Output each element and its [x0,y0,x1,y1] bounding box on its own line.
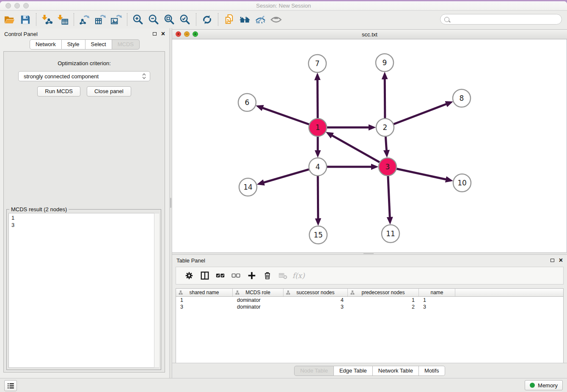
svg-text:11: 11 [386,229,395,238]
table-cell[interactable]: dominator [233,297,284,304]
column-header-successor-nodes[interactable]: successor nodes [284,289,348,296]
tab-select[interactable]: Select [85,39,112,50]
column-header-shared-name[interactable]: shared name [176,289,233,296]
column-header-name[interactable]: name [419,289,455,296]
table-row[interactable]: 1dominator411 [176,297,563,304]
table-cell[interactable]: 4 [284,297,348,304]
graph-node-11[interactable]: 11 [382,225,399,243]
tab-style[interactable]: Style [62,39,85,50]
column-header-predecessor-nodes[interactable]: predecessor nodes [348,289,419,296]
show-graphics-details-icon[interactable] [268,12,284,27]
tab-motifs[interactable]: Motifs [419,366,445,376]
home-icon[interactable] [237,12,253,27]
table-cell[interactable]: 3 [176,304,233,310]
splitter-grip[interactable] [170,198,171,208]
table-row[interactable]: 3dominator323 [176,304,563,310]
select-all-columns-icon[interactable] [212,268,228,283]
show-columns-icon[interactable] [197,268,212,283]
delete-table-icon[interactable] [275,268,291,283]
graph-node-6[interactable]: 6 [238,94,256,111]
graph-node-8[interactable]: 8 [453,89,471,107]
splitter-grip[interactable] [363,253,374,254]
graph-node-3[interactable]: 3 [379,158,396,176]
graph-edge-3-11[interactable] [388,176,390,218]
graph-node-10[interactable]: 10 [453,174,471,192]
minimize-window-button[interactable] [14,3,20,8]
copy-view-icon[interactable] [221,12,237,27]
function-builder-icon[interactable]: f(x) [291,268,306,283]
export-network-icon[interactable] [77,12,93,27]
graph-edge-2-9[interactable] [385,79,385,119]
graph-edge-1-6[interactable] [262,108,309,124]
save-session-icon[interactable] [17,12,33,27]
maximize-window-button[interactable] [23,3,29,8]
table-cell[interactable]: 1 [348,297,419,304]
graph-node-1[interactable]: 1 [309,119,327,136]
network-graph[interactable]: 7968124314101511 [172,39,567,252]
graph-edge-2-8[interactable] [394,104,447,124]
zoom-in-icon[interactable] [130,12,146,27]
vertical-splitter[interactable] [169,28,172,378]
mcds-result-list[interactable]: 1 3 [8,213,159,368]
table-options-gear-icon[interactable] [181,268,197,283]
graph-node-2[interactable]: 2 [376,119,394,136]
graph-edge-4-14[interactable] [263,169,309,183]
close-panel-icon[interactable]: × [161,31,165,37]
close-window-button[interactable] [6,3,11,8]
zoom-selected-icon[interactable] [177,12,193,27]
graph-node-9[interactable]: 9 [376,54,394,72]
table-panel-header: Table Panel × [172,255,567,266]
float-panel-icon[interactable] [153,32,157,36]
delete-column-icon[interactable] [259,268,275,283]
table-cell[interactable]: 3 [284,304,348,310]
table-cell[interactable]: dominator [233,304,284,310]
add-column-icon[interactable] [244,268,259,283]
memory-button[interactable]: Memory [525,380,563,390]
tab-edge-table[interactable]: Edge Table [334,366,373,376]
zoom-fit-icon[interactable] [162,12,177,27]
main-titlebar: Session: New Session [0,1,567,11]
table-cell[interactable]: 1 [419,297,455,304]
import-network-icon[interactable] [39,12,55,27]
zoom-out-icon[interactable] [146,12,162,27]
graph-edge-2-3[interactable] [385,136,386,151]
memory-label: Memory [538,382,558,389]
network-minimize-button[interactable]: – [184,31,190,37]
unselect-all-columns-icon[interactable] [228,268,244,283]
graph-edge-4-15[interactable] [318,176,318,219]
column-header-mcds-role[interactable]: MCDS role [233,289,284,296]
optimization-criterion-select[interactable]: strongly connected component [18,71,150,81]
graph-node-4[interactable]: 4 [309,158,327,176]
tab-network[interactable]: Network [30,39,62,50]
table-cell[interactable]: 1 [176,297,233,304]
graph-node-7[interactable]: 7 [308,55,326,72]
export-table-icon[interactable] [93,12,108,27]
control-panel-header: Control Panel × [0,28,169,39]
result-scrollbar[interactable] [154,213,159,368]
tab-network-table[interactable]: Network Table [373,366,419,376]
close-panel-icon[interactable]: × [559,257,563,263]
network-canvas[interactable]: 7968124314101511 [172,39,567,252]
svg-text:7: 7 [315,59,320,68]
open-session-icon[interactable] [2,12,17,27]
run-mcds-button[interactable]: Run MCDS [37,86,80,97]
export-image-icon[interactable] [108,12,124,27]
graph-edge-1-7[interactable] [317,80,318,119]
task-history-button[interactable] [4,380,17,391]
apply-layout-refresh-icon[interactable] [199,12,215,27]
search-input[interactable] [452,15,561,24]
graph-node-15[interactable]: 15 [309,226,327,244]
tab-mcds[interactable]: MCDS [112,39,140,50]
import-table-icon[interactable] [55,12,71,27]
network-close-button[interactable]: × [176,31,181,37]
table-cell[interactable]: 2 [348,304,419,310]
graph-edge-3-10[interactable] [396,168,446,179]
hide-graphics-details-icon[interactable] [253,12,268,27]
close-panel-button[interactable]: Close panel [87,86,131,97]
graph-node-14[interactable]: 14 [239,178,257,196]
graph-edge-3-1[interactable] [332,135,380,163]
tab-node-table[interactable]: Node Table [294,366,334,376]
network-maximize-button[interactable]: + [193,31,198,37]
float-panel-icon[interactable] [550,259,554,262]
table-cell[interactable]: 3 [419,304,455,310]
